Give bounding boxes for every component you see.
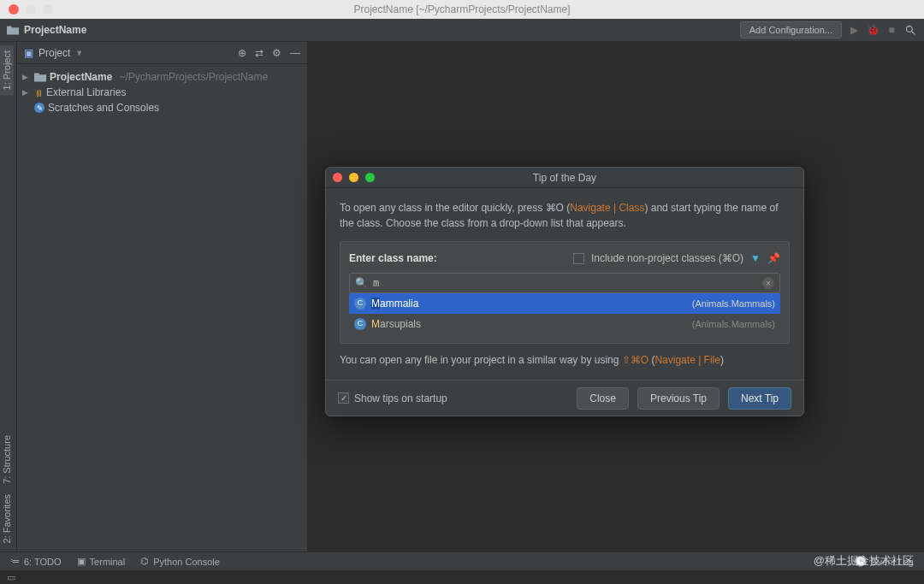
project-panel-header: ▣ Project ▼ ⊕ ⇄ ⚙ — — [17, 42, 307, 64]
class-search-input-row[interactable]: 🔍 × — [349, 273, 780, 293]
show-tips-checkbox[interactable] — [338, 392, 349, 404]
dialog-close-icon[interactable] — [333, 173, 342, 182]
dialog-maximize-icon[interactable] — [365, 173, 375, 182]
clear-input-icon[interactable]: × — [762, 277, 774, 289]
pin-icon[interactable]: 📌 — [767, 251, 780, 266]
project-view-selector[interactable]: ▣ Project ▼ — [24, 47, 83, 59]
class-search-input[interactable] — [373, 277, 757, 289]
gutter-structure[interactable]: 7: Structure — [0, 430, 14, 489]
magnifier-icon: 🔍 — [355, 275, 368, 291]
breadcrumb[interactable]: ProjectName — [7, 24, 86, 36]
include-non-project-label: Include non-project classes (⌘O) — [591, 251, 743, 266]
navigation-bar: ProjectName Add Configuration... ▶ 🐞 ■ — [0, 19, 924, 42]
search-example-widget: Enter class name: Include non-project cl… — [340, 241, 790, 344]
breadcrumb-root: ProjectName — [24, 24, 86, 36]
tree-external-libraries[interactable]: ▶ ⫼ External Libraries — [17, 85, 307, 100]
include-non-project-checkbox[interactable] — [573, 253, 584, 264]
project-tree[interactable]: ▶ ProjectName ~/PycharmProjects/ProjectN… — [17, 64, 307, 121]
gutter-project[interactable]: 1: Project — [0, 45, 14, 95]
scratches-icon: ✎ — [34, 103, 44, 113]
project-tool-window: ▣ Project ▼ ⊕ ⇄ ⚙ — ▶ ProjectName ~/Pych… — [17, 42, 308, 552]
debug-icon[interactable]: 🐞 — [866, 23, 880, 37]
chevron-right-icon[interactable]: ▶ — [22, 88, 31, 97]
status-left-icon[interactable]: ▭ — [7, 572, 15, 583]
class-icon: C — [354, 298, 366, 310]
dialog-title: Tip of the Day — [533, 172, 596, 184]
search-results: C Mammalia (Animals.Mammals) C Marsupial… — [349, 293, 780, 334]
enter-class-label: Enter class name: — [349, 251, 437, 266]
window-titlebar: ProjectName [~/PycharmProjects/ProjectNa… — [0, 0, 924, 19]
stop-icon[interactable]: ■ — [885, 23, 898, 37]
dialog-titlebar[interactable]: Tip of the Day — [326, 168, 803, 188]
close-button[interactable]: Close — [577, 387, 629, 410]
chevron-down-icon: ▼ — [75, 49, 83, 57]
minimize-window-icon[interactable] — [26, 4, 36, 15]
status-bar: ▭ — [0, 570, 924, 584]
locate-icon[interactable]: ⊕ — [238, 47, 246, 59]
previous-tip-button[interactable]: Previous Tip — [637, 387, 720, 410]
watermark: @稀土掘金技术社区 — [814, 553, 914, 569]
dialog-body: To open any class in the editor quickly,… — [326, 188, 803, 380]
window-traffic-lights — [0, 4, 53, 15]
hide-panel-icon[interactable]: — — [290, 47, 300, 59]
python-console-tab[interactable]: ⌬Python Console — [140, 556, 220, 567]
bottom-tool-bar: ≔6: TODO ▣Terminal ⌬Python Console 🕒Even… — [0, 552, 924, 570]
search-icon[interactable] — [903, 23, 917, 37]
add-configuration-button[interactable]: Add Configuration... — [740, 21, 842, 38]
tree-scratches[interactable]: ▶ ✎ Scratches and Consoles — [17, 100, 307, 115]
show-tips-checkbox-row[interactable]: Show tips on startup — [338, 392, 447, 404]
run-icon[interactable]: ▶ — [847, 23, 861, 37]
tip-of-the-day-dialog: Tip of the Day To open any class in the … — [325, 167, 804, 416]
folder-icon — [34, 73, 46, 82]
tree-root-row[interactable]: ▶ ProjectName ~/PycharmProjects/ProjectN… — [17, 69, 307, 85]
close-window-icon[interactable] — [9, 4, 19, 15]
terminal-tab[interactable]: ▣Terminal — [77, 556, 126, 567]
filter-icon[interactable]: ▼ — [750, 251, 761, 266]
gutter-favorites[interactable]: 2: Favorites — [0, 489, 14, 548]
tip-paragraph-2: You can open any file in your project in… — [340, 352, 790, 368]
expand-icon[interactable]: ⇄ — [255, 47, 264, 59]
result-row[interactable]: C Mammalia (Animals.Mammals) — [349, 293, 780, 314]
next-tip-button[interactable]: Next Tip — [728, 387, 791, 410]
chevron-right-icon[interactable]: ▶ — [22, 73, 31, 81]
dialog-minimize-icon[interactable] — [349, 173, 358, 182]
left-tool-gutter: 1: Project 7: Structure 2: Favorites — [0, 42, 17, 552]
todo-tab[interactable]: ≔6: TODO — [10, 556, 62, 567]
folder-icon — [7, 26, 19, 35]
gear-icon[interactable]: ⚙ — [272, 47, 281, 59]
class-icon: C — [354, 318, 366, 330]
tip-paragraph-1: To open any class in the editor quickly,… — [340, 200, 790, 231]
dialog-footer: Show tips on startup Close Previous Tip … — [326, 380, 803, 416]
maximize-window-icon[interactable] — [43, 4, 53, 15]
window-title: ProjectName [~/PycharmProjects/ProjectNa… — [353, 3, 570, 15]
library-icon: ⫼ — [34, 87, 43, 97]
result-row[interactable]: C Marsupials (Animals.Mammals) — [349, 314, 780, 334]
